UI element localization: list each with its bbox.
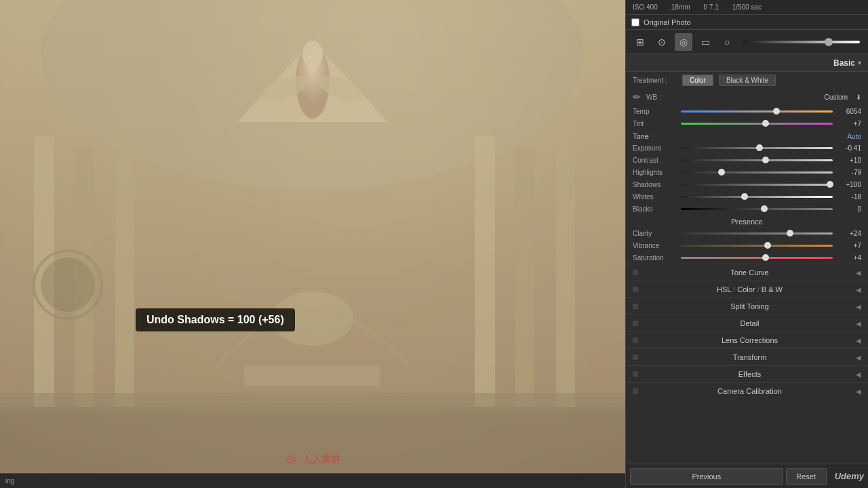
tint-value: +7	[837, 120, 861, 127]
redeye-tool-icon[interactable]: ▭	[696, 33, 714, 51]
treatment-bw-btn[interactable]: Black & White	[719, 75, 776, 86]
svg-rect-6	[515, 149, 534, 407]
effects-indicator	[633, 371, 638, 377]
hsl-label: HSL / Color / B & W	[644, 285, 856, 293]
treatment-label: Treatment :	[633, 77, 677, 84]
saturation-thumb[interactable]	[762, 254, 769, 261]
brightness-slider-track[interactable]	[743, 41, 860, 43]
clarity-label: Clarity	[633, 230, 677, 237]
tone-curve-section[interactable]: Tone Curve ◀	[626, 264, 868, 281]
contrast-label: Contrast	[633, 157, 677, 164]
effects-expand-icon: ◀	[856, 371, 861, 378]
exposure-value: -0.41	[837, 144, 861, 152]
shadows-label: Shadows	[633, 181, 677, 188]
effects-section[interactable]: Effects ◀	[626, 365, 868, 382]
clarity-value: +24	[837, 230, 861, 237]
contrast-track[interactable]	[681, 159, 833, 161]
svg-point-10	[302, 41, 323, 68]
info-bar: ISO 400 18mm f/ 7.1 1/500 sec	[626, 0, 868, 15]
wb-label: WB :	[646, 94, 663, 101]
hsl-section[interactable]: HSL / Color / B & W ◀	[626, 281, 868, 298]
tone-curve-expand-icon: ◀	[856, 269, 861, 277]
highlights-track[interactable]	[681, 171, 833, 174]
aperture-value: f/ 7.1	[704, 3, 719, 11]
treatment-color-btn[interactable]: Color	[682, 75, 713, 86]
tooltip-text: Undo Shadows = 100 (+56)	[146, 314, 284, 325]
shadows-thumb[interactable]	[827, 181, 833, 188]
focal-length-value: 18mm	[671, 3, 690, 11]
detail-section[interactable]: Detail ◀	[626, 314, 868, 331]
transform-label: Transform	[644, 353, 856, 361]
effects-label: Effects	[644, 370, 856, 378]
hsl-link[interactable]: HSL	[717, 285, 731, 293]
camera-calibration-section[interactable]: Camera Calibration ◀	[626, 382, 868, 399]
tone-curve-label: Tone Curve	[644, 268, 856, 277]
svg-rect-7	[556, 136, 575, 407]
temp-track[interactable]	[681, 110, 833, 113]
camera-calibration-expand-icon: ◀	[856, 388, 861, 395]
lens-corrections-section[interactable]: Lens Corrections ◀	[626, 331, 868, 348]
original-photo-bar[interactable]: Original Photo	[626, 15, 868, 30]
transform-section[interactable]: Transform ◀	[626, 348, 868, 365]
bottom-buttons: Previous Reset Udemy	[626, 464, 868, 488]
color-link[interactable]: Color	[737, 285, 755, 293]
watermark: ⚙ 人人素材	[285, 451, 340, 468]
shadows-row: Shadows +100	[626, 178, 868, 190]
right-panel: ISO 400 18mm f/ 7.1 1/500 sec Original P…	[625, 0, 868, 488]
hsl-expand-icon: ◀	[856, 286, 861, 293]
grid-tool-icon[interactable]: ⊞	[631, 33, 649, 51]
wb-eyedropper-icon[interactable]: ✏	[633, 92, 641, 102]
highlights-thumb[interactable]	[718, 169, 725, 176]
contrast-thumb[interactable]	[762, 157, 769, 163]
vibrance-thumb[interactable]	[764, 242, 771, 249]
tone-auto-btn[interactable]: Auto	[847, 133, 861, 140]
shadows-track[interactable]	[681, 184, 833, 186]
gradient-tool-icon[interactable]: ○	[718, 33, 736, 51]
tint-track[interactable]	[681, 123, 833, 125]
tint-thumb[interactable]	[762, 120, 769, 127]
original-photo-checkbox[interactable]	[631, 18, 639, 26]
temp-thumb[interactable]	[773, 108, 780, 115]
brightness-slider-thumb[interactable]	[825, 38, 833, 46]
wb-dropdown-arrow[interactable]: ⬇	[856, 94, 861, 101]
blacks-track[interactable]	[681, 208, 833, 210]
heal-tool-icon[interactable]: ◎	[675, 33, 692, 51]
blacks-thumb[interactable]	[761, 205, 768, 212]
clarity-row: Clarity +24	[626, 227, 868, 239]
saturation-track[interactable]	[681, 257, 833, 259]
presence-title: Presence	[626, 215, 868, 227]
clarity-track[interactable]	[681, 232, 833, 235]
lens-corrections-expand-icon: ◀	[856, 337, 861, 344]
panel-expand-icon[interactable]: ▾	[858, 59, 861, 66]
vibrance-track[interactable]	[681, 245, 833, 247]
highlights-label: Highlights	[633, 169, 677, 176]
blacks-row: Blacks 0	[626, 203, 868, 215]
whites-thumb[interactable]	[741, 193, 748, 200]
highlights-value: -79	[837, 169, 861, 176]
detail-label: Detail	[644, 319, 856, 327]
treatment-row: Treatment : Color Black & White	[626, 72, 868, 89]
clarity-thumb[interactable]	[787, 230, 793, 237]
crop-tool-icon[interactable]: ⊙	[653, 33, 671, 51]
split-toning-label: Split Toning	[644, 302, 856, 310]
split-toning-section[interactable]: Split Toning ◀	[626, 298, 868, 314]
lens-corrections-indicator	[633, 338, 638, 343]
lens-corrections-label: Lens Corrections	[644, 336, 856, 344]
svg-point-18	[41, 258, 95, 312]
shutter-value: 1/500 sec	[732, 3, 762, 11]
whites-track[interactable]	[681, 196, 833, 198]
panel-content[interactable]: Treatment : Color Black & White ✏ WB : C…	[626, 72, 868, 464]
contrast-value: +10	[837, 157, 861, 164]
camera-calibration-label: Camera Calibration	[644, 387, 856, 395]
exposure-track[interactable]	[681, 147, 833, 149]
exposure-thumb[interactable]	[756, 144, 763, 151]
shadows-value: +100	[837, 181, 861, 188]
svg-rect-16	[0, 393, 625, 413]
bw-link[interactable]: B & W	[762, 285, 783, 293]
previous-button[interactable]: Previous	[630, 468, 783, 485]
detail-expand-icon: ◀	[856, 320, 861, 327]
tone-title: Tone	[633, 132, 649, 140]
tint-slider-row: Tint +7	[626, 117, 868, 129]
reset-button[interactable]: Reset	[786, 468, 827, 485]
wb-value: Custom	[825, 94, 848, 101]
